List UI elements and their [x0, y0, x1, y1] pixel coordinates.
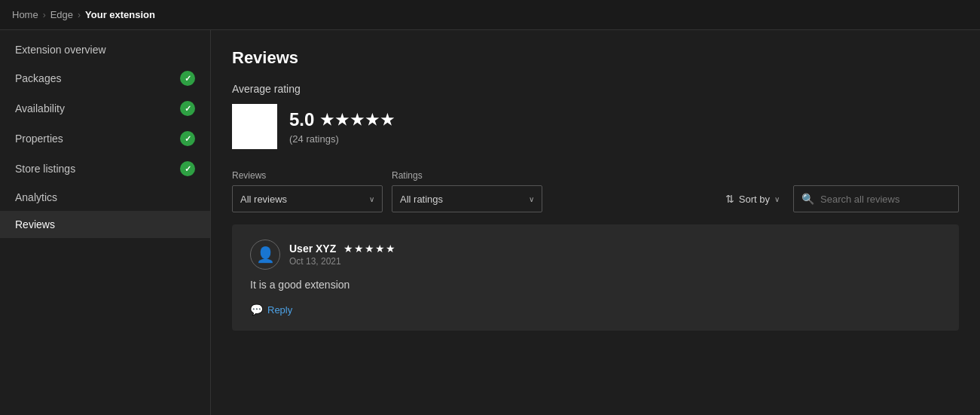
sidebar-item-label-analytics: Analytics — [15, 191, 57, 203]
sidebar-item-label-availability: Availability — [15, 102, 65, 114]
sidebar: Extension overviewPackagesAvailabilityPr… — [0, 30, 211, 415]
sort-chevron-icon: ∨ — [774, 195, 780, 203]
sort-search-group: ⇅ Sort by ∨ 🔍 — [718, 185, 959, 212]
filter-controls: Reviews All reviews ∨ Ratings All rating… — [232, 170, 959, 212]
search-input[interactable] — [820, 194, 951, 205]
sidebar-item-reviews[interactable]: Reviews — [0, 211, 210, 238]
review-date: Oct 13, 2021 — [289, 256, 396, 267]
sidebar-item-label-store-listings: Store listings — [15, 163, 75, 175]
reviews-filter-group: Reviews All reviews ∨ — [232, 170, 383, 212]
rating-area: 5.0 ★★★★★ (24 ratings) — [232, 104, 959, 149]
ratings-filter-label: Ratings — [392, 170, 542, 181]
ratings-filter-select[interactable]: All ratings ∨ — [392, 185, 542, 212]
search-box[interactable]: 🔍 — [793, 185, 959, 212]
breadcrumb: Home › Edge › Your extension — [0, 0, 980, 30]
rating-chart — [232, 104, 277, 149]
sidebar-item-label-extension-overview: Extension overview — [15, 44, 106, 56]
sidebar-item-availability[interactable]: Availability — [0, 93, 210, 124]
review-user-row: User XYZ ★★★★★ — [289, 243, 396, 255]
breadcrumb-current: Your extension — [85, 9, 155, 20]
breadcrumb-home[interactable]: Home — [12, 9, 38, 20]
layout: Extension overviewPackagesAvailabilityPr… — [0, 30, 980, 415]
main-content: Reviews Average rating 5.0 ★★★★★ (24 rat… — [211, 30, 980, 415]
reviews-filter-select[interactable]: All reviews ∨ — [232, 185, 383, 212]
sidebar-item-extension-overview[interactable]: Extension overview — [0, 36, 210, 63]
check-icon-availability — [180, 101, 195, 116]
review-meta: User XYZ ★★★★★ Oct 13, 2021 — [289, 243, 396, 267]
check-icon-properties — [180, 131, 195, 146]
sidebar-item-properties[interactable]: Properties — [0, 124, 210, 154]
reply-icon: 💬 — [250, 304, 263, 316]
sort-icon: ⇅ — [725, 193, 734, 205]
rating-score: 5.0 ★★★★★ — [289, 109, 395, 130]
sidebar-item-packages[interactable]: Packages — [0, 63, 210, 93]
avatar: 👤 — [250, 240, 280, 270]
review-card: 👤 User XYZ ★★★★★ Oct 13, 2021 It is a go… — [232, 224, 959, 331]
sort-label: Sort by — [739, 194, 770, 205]
rating-info: 5.0 ★★★★★ (24 ratings) — [289, 109, 395, 145]
reviews-filter-value: All reviews — [240, 194, 287, 205]
reviews-chevron-icon: ∨ — [369, 195, 374, 203]
review-text: It is a good extension — [250, 277, 941, 293]
search-icon: 🔍 — [801, 193, 814, 205]
check-icon-packages — [180, 71, 195, 86]
review-stars: ★★★★★ — [343, 243, 396, 255]
average-rating-label: Average rating — [232, 83, 959, 95]
breadcrumb-edge[interactable]: Edge — [50, 9, 73, 20]
ratings-filter-value: All ratings — [400, 194, 443, 205]
user-avatar-icon: 👤 — [256, 246, 275, 264]
sidebar-item-store-listings[interactable]: Store listings — [0, 154, 210, 184]
check-icon-store-listings — [180, 161, 195, 176]
review-header: 👤 User XYZ ★★★★★ Oct 13, 2021 — [250, 240, 941, 270]
sidebar-item-label-packages: Packages — [15, 72, 61, 84]
breadcrumb-sep-2: › — [78, 10, 81, 20]
score-number: 5.0 — [289, 109, 314, 130]
sort-button[interactable]: ⇅ Sort by ∨ — [718, 188, 787, 209]
reviews-filter-label: Reviews — [232, 170, 383, 181]
rating-count: (24 ratings) — [289, 133, 395, 145]
reply-label: Reply — [267, 304, 292, 316]
ratings-chevron-icon: ∨ — [529, 195, 534, 203]
breadcrumb-sep-1: › — [43, 10, 46, 20]
sidebar-item-label-reviews: Reviews — [15, 218, 55, 230]
sidebar-item-analytics[interactable]: Analytics — [0, 184, 210, 211]
ratings-filter-group: Ratings All ratings ∨ — [392, 170, 542, 212]
review-username: User XYZ — [289, 243, 336, 255]
sidebar-item-label-properties: Properties — [15, 133, 63, 145]
rating-stars: ★★★★★ — [320, 111, 395, 129]
reply-button[interactable]: 💬 Reply — [250, 304, 292, 316]
page-title: Reviews — [232, 48, 959, 68]
